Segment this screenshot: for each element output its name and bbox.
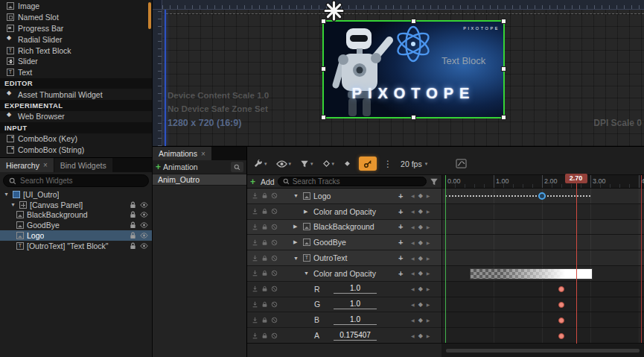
track-filter-icon[interactable] (430, 177, 439, 186)
track-row[interactable]: B 1.0 ◀ ◆ ▶ (247, 312, 441, 328)
track-pin-icon[interactable] (252, 224, 258, 230)
track-lock-icon[interactable] (261, 270, 268, 277)
resize-handle[interactable] (501, 19, 506, 24)
add-section-button[interactable]: + (398, 222, 403, 231)
add-key-icon[interactable]: ◆ (418, 208, 423, 215)
resize-handle[interactable] (411, 115, 416, 120)
track-lock-icon[interactable] (261, 224, 268, 230)
track-mute-icon[interactable] (271, 208, 278, 215)
key-interpolation-button[interactable] (342, 157, 353, 171)
add-section-button[interactable]: + (398, 269, 403, 278)
palette-scrollbar[interactable] (148, 2, 151, 29)
playback-end-marker[interactable] (641, 175, 642, 344)
track-lock-icon[interactable] (261, 239, 268, 246)
next-key-icon[interactable]: ▶ (427, 209, 430, 214)
eye-icon[interactable] (140, 233, 148, 238)
add-track-button[interactable]: Add (261, 177, 275, 186)
channel-value[interactable]: 1.0 (334, 315, 377, 325)
track-row[interactable]: R 1.0 ◀ ◆ ▶ (247, 282, 441, 297)
hierarchy-row[interactable]: [OutroText] "Text Block" (0, 241, 152, 251)
curve-tools-button[interactable]: ▾ (252, 157, 269, 171)
animation-list-item[interactable]: Anim_Outro (153, 174, 246, 186)
palette-item[interactable]: Slider (0, 56, 152, 67)
next-key-icon[interactable]: ▶ (427, 271, 430, 276)
track-row[interactable]: G 1.0 ◀ ◆ ▶ (247, 297, 441, 313)
lock-icon[interactable] (130, 221, 136, 229)
alpha-gradient-section[interactable] (470, 268, 593, 279)
track-lock-icon[interactable] (261, 317, 268, 323)
channel-value[interactable]: 0.175407 (334, 331, 377, 341)
track-mute-icon[interactable] (271, 224, 278, 230)
track-pin-icon[interactable] (252, 208, 258, 215)
resize-handle[interactable] (411, 19, 416, 24)
add-section-button[interactable]: + (398, 238, 403, 247)
eye-icon[interactable] (140, 212, 148, 218)
add-section-button[interactable]: + (398, 192, 403, 200)
hierarchy-row[interactable]: Logo (0, 230, 152, 241)
expander-icon[interactable]: ▾ (3, 191, 10, 198)
track-row[interactable]: A 0.175407 ◀ ◆ ▶ (247, 328, 441, 344)
palette-item[interactable]: Radial Slider (0, 34, 152, 45)
next-key-icon[interactable]: ▶ (427, 256, 430, 261)
eye-icon[interactable] (140, 243, 148, 249)
track-lock-icon[interactable] (261, 285, 268, 292)
palette-item[interactable]: Asset Thumbnail Widget (0, 89, 152, 100)
track-lock-icon[interactable] (261, 301, 268, 308)
panel-splitter[interactable] (441, 175, 442, 343)
filter-button[interactable]: ▾ (299, 157, 315, 171)
prev-key-icon[interactable]: ◀ (411, 256, 415, 261)
hierarchy-row[interactable]: ▾ [UI_Outro] (0, 189, 152, 200)
playhead-label[interactable]: 2.70 (565, 174, 587, 183)
palette-item[interactable]: Image (0, 1, 152, 12)
track-pin-icon[interactable] (252, 285, 258, 292)
prev-key-icon[interactable]: ◀ (411, 271, 415, 276)
add-key-icon[interactable]: ◆ (418, 332, 423, 339)
expander-icon[interactable]: ▼ (304, 271, 310, 276)
palette-item[interactable]: Text (0, 67, 152, 78)
tab-animations[interactable]: Animations × (153, 147, 211, 160)
track-mute-icon[interactable] (271, 301, 278, 308)
add-key-icon[interactable]: ◆ (418, 192, 423, 199)
hierarchy-row[interactable]: BlackBackground (0, 210, 152, 221)
palette-category-header[interactable]: INPUT (0, 122, 152, 133)
track-lock-icon[interactable] (261, 208, 268, 215)
hierarchy-search[interactable] (3, 174, 149, 187)
add-key-icon[interactable]: ◆ (418, 317, 423, 323)
track-row[interactable]: ▼ Logo + ◀ ◆ ▶ (247, 189, 441, 204)
palette-item[interactable]: Progress Bar (0, 23, 152, 34)
auto-key-button[interactable] (359, 157, 377, 171)
close-tab-icon[interactable]: × (201, 150, 205, 158)
track-mute-icon[interactable] (271, 192, 278, 199)
timeline-row[interactable] (441, 204, 644, 220)
more-options-button[interactable]: ⋮ (383, 157, 393, 171)
keyframe-dash-track[interactable] (445, 195, 590, 197)
track-mute-icon[interactable] (271, 270, 278, 277)
anchor-medallion[interactable] (323, 0, 345, 22)
prev-key-icon[interactable]: ◀ (411, 209, 415, 214)
track-mute-icon[interactable] (271, 255, 278, 262)
prev-key-icon[interactable]: ◀ (411, 333, 415, 338)
timeline-row[interactable] (441, 312, 644, 328)
add-section-button[interactable]: + (398, 253, 403, 262)
expander-icon[interactable]: ▾ (10, 201, 16, 208)
timeline-scrollbar[interactable] (446, 349, 640, 353)
hierarchy-search-input[interactable] (20, 177, 143, 185)
expander-icon[interactable]: ▶ (293, 239, 300, 245)
timeline-row[interactable] (441, 297, 644, 313)
timeline-row[interactable] (441, 220, 644, 236)
palette-item[interactable]: Web Browser (0, 111, 152, 122)
keyframe-dot[interactable] (558, 317, 564, 323)
track-search-input[interactable] (293, 177, 421, 186)
tab-bind-widgets[interactable]: Bind Widgets (54, 158, 112, 172)
lock-icon[interactable] (130, 211, 136, 218)
track-pin-icon[interactable] (252, 270, 258, 277)
timeline-row[interactable] (441, 328, 644, 344)
curve-editor-button[interactable] (454, 157, 468, 171)
next-key-icon[interactable]: ▶ (427, 286, 430, 291)
playhead-line[interactable] (576, 175, 577, 344)
keyframe-dot[interactable] (558, 302, 564, 308)
prev-key-icon[interactable]: ◀ (411, 286, 415, 291)
fps-dropdown[interactable]: 20 fps ▾ (399, 157, 429, 171)
lock-icon[interactable] (130, 201, 136, 209)
track-pin-icon[interactable] (252, 301, 258, 308)
